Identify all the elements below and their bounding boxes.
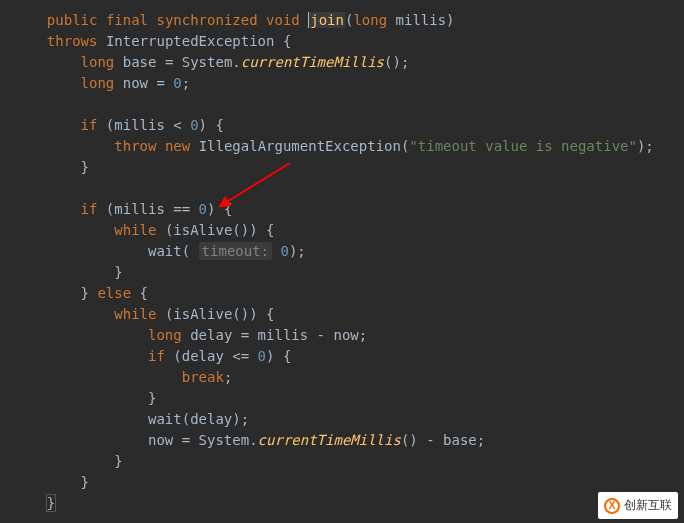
code-line: } else {: [30, 283, 684, 304]
code-line: throw new IllegalArgumentException("time…: [30, 136, 684, 157]
code-line: wait(delay);: [30, 409, 684, 430]
parameter-hint: timeout:: [199, 242, 272, 260]
code-line: wait( timeout: 0);: [30, 241, 684, 262]
code-line: }: [30, 262, 684, 283]
code-line: if (millis == 0) {: [30, 199, 684, 220]
code-line: }: [30, 157, 684, 178]
code-editor[interactable]: public final synchronized void join(long…: [30, 10, 684, 514]
code-line: }: [30, 451, 684, 472]
code-line: [30, 94, 684, 115]
code-line: break;: [30, 367, 684, 388]
code-line: while (isAlive()) {: [30, 304, 684, 325]
code-line: while (isAlive()) {: [30, 220, 684, 241]
code-line: }: [30, 472, 684, 493]
watermark-text: 创新互联: [624, 495, 672, 516]
code-line: [30, 178, 684, 199]
code-line: }: [30, 493, 684, 514]
watermark: X 创新互联: [598, 492, 678, 519]
code-line: }: [30, 388, 684, 409]
code-line: public final synchronized void join(long…: [30, 10, 684, 31]
code-line: long base = System.currentTimeMillis();: [30, 52, 684, 73]
code-line: if (delay <= 0) {: [30, 346, 684, 367]
code-line: throws InterruptedException {: [30, 31, 684, 52]
code-line: if (millis < 0) {: [30, 115, 684, 136]
watermark-logo-icon: X: [604, 498, 620, 514]
code-line: now = System.currentTimeMillis() - base;: [30, 430, 684, 451]
code-line: long now = 0;: [30, 73, 684, 94]
code-line: long delay = millis - now;: [30, 325, 684, 346]
